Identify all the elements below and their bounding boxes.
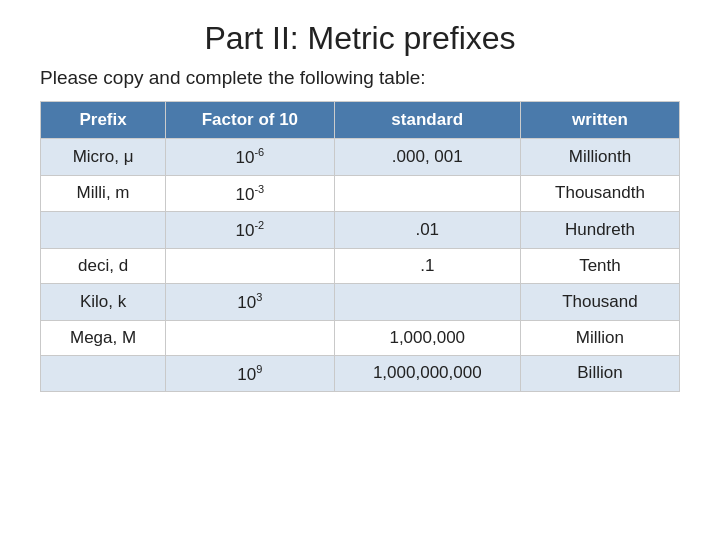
table-cell: Hundreth (520, 212, 679, 249)
table-cell (334, 175, 520, 212)
page-title: Part II: Metric prefixes (40, 20, 680, 57)
table-cell: Kilo, k (41, 283, 166, 320)
table-row: 10-2.01Hundreth (41, 212, 680, 249)
table-cell: Thousand (520, 283, 679, 320)
table-cell: 1,000,000 (334, 320, 520, 355)
col-header-factor: Factor of 10 (166, 102, 335, 139)
table-row: Mega, M1,000,000Million (41, 320, 680, 355)
table-cell: .01 (334, 212, 520, 249)
table-cell: deci, d (41, 248, 166, 283)
table-cell (166, 320, 335, 355)
table-cell: Micro, μ (41, 139, 166, 176)
table-cell (41, 212, 166, 249)
table-cell: 10-2 (166, 212, 335, 249)
table-cell (334, 283, 520, 320)
table-cell: 1,000,000,000 (334, 355, 520, 392)
table-cell: .1 (334, 248, 520, 283)
table-cell: Tenth (520, 248, 679, 283)
table-row: deci, d.1Tenth (41, 248, 680, 283)
table-cell: Mega, M (41, 320, 166, 355)
table-cell: Billion (520, 355, 679, 392)
metric-table: Prefix Factor of 10 standard written Mic… (40, 101, 680, 392)
table-cell: 103 (166, 283, 335, 320)
table-cell: 10-3 (166, 175, 335, 212)
col-header-prefix: Prefix (41, 102, 166, 139)
table-cell: 10-6 (166, 139, 335, 176)
table-header-row: Prefix Factor of 10 standard written (41, 102, 680, 139)
table-cell: .000, 001 (334, 139, 520, 176)
table-row: Milli, m10-3Thousandth (41, 175, 680, 212)
table-cell: Milli, m (41, 175, 166, 212)
table-cell: Millionth (520, 139, 679, 176)
table-cell: Million (520, 320, 679, 355)
table-cell (41, 355, 166, 392)
table-row: Kilo, k103Thousand (41, 283, 680, 320)
table-cell (166, 248, 335, 283)
table-row: Micro, μ10-6.000, 001Millionth (41, 139, 680, 176)
page: Part II: Metric prefixes Please copy and… (0, 0, 720, 412)
table-cell: 109 (166, 355, 335, 392)
table-row: 1091,000,000,000Billion (41, 355, 680, 392)
col-header-standard: standard (334, 102, 520, 139)
col-header-written: written (520, 102, 679, 139)
table-cell: Thousandth (520, 175, 679, 212)
subtitle: Please copy and complete the following t… (40, 67, 680, 89)
